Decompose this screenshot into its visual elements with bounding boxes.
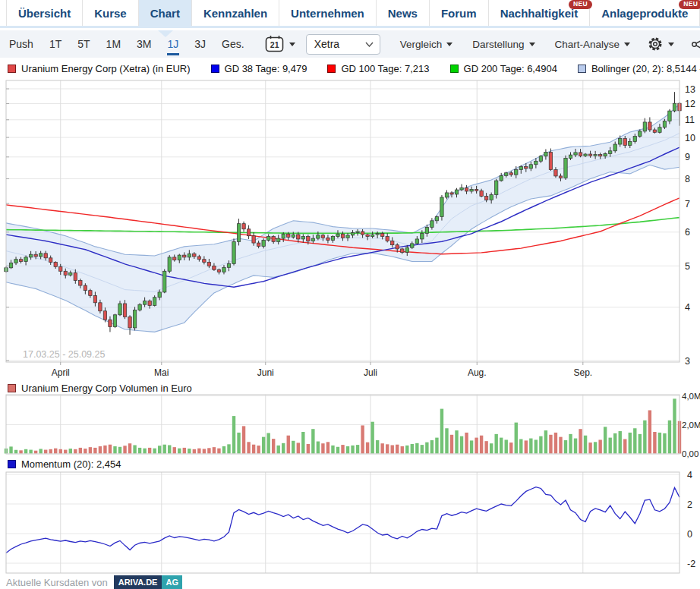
candle bbox=[396, 245, 399, 249]
volume-bar bbox=[64, 450, 67, 454]
tab-chart[interactable]: Chart bbox=[139, 0, 192, 26]
candle bbox=[44, 254, 47, 258]
tab-news[interactable]: News bbox=[377, 0, 430, 26]
candle bbox=[421, 233, 424, 238]
menu-darstellung[interactable]: Darstellung bbox=[472, 39, 534, 50]
menu-vergleich[interactable]: Vergleich bbox=[400, 39, 453, 50]
candle bbox=[252, 236, 255, 243]
menu-chartanalyse[interactable]: Chart-Analyse bbox=[555, 39, 631, 50]
range-1m[interactable]: 1M bbox=[106, 38, 121, 50]
svg-text:0: 0 bbox=[687, 529, 692, 540]
candle bbox=[262, 241, 265, 247]
volume-bar bbox=[227, 444, 230, 453]
candle bbox=[29, 254, 32, 257]
candle bbox=[203, 260, 206, 263]
volume-bar bbox=[509, 443, 512, 453]
volume-bar bbox=[207, 448, 210, 453]
range-1j[interactable]: 1J bbox=[168, 38, 179, 50]
volume-bar bbox=[549, 435, 552, 454]
calendar-button[interactable]: 21 bbox=[265, 35, 295, 53]
candle bbox=[153, 298, 156, 306]
volume-bar bbox=[396, 445, 399, 454]
indicators-button[interactable] bbox=[691, 37, 700, 52]
volume-bar bbox=[39, 449, 42, 453]
svg-text:6: 6 bbox=[685, 227, 690, 238]
candle bbox=[643, 122, 646, 131]
candle bbox=[639, 131, 642, 137]
tab-nachhaltigkeit[interactable]: NachhaltigkeitNEU bbox=[489, 0, 591, 26]
legend-item: Uranium Energy Corp (Xetra) (in EUR) bbox=[8, 63, 191, 74]
candle bbox=[529, 165, 532, 169]
chart-canvas[interactable]: 345678910111213AprilMaiJuniJuliAug.Sep.0… bbox=[0, 0, 700, 589]
range-3j[interactable]: 3J bbox=[194, 38, 206, 50]
tab-forum[interactable]: Forum bbox=[430, 0, 489, 26]
tab-label: Kurse bbox=[94, 7, 127, 20]
settings-button[interactable] bbox=[647, 36, 674, 52]
volume-bar bbox=[109, 445, 112, 454]
volume-bar bbox=[143, 449, 146, 454]
brand-name: ARIVA.DE bbox=[114, 575, 162, 589]
candle bbox=[178, 255, 181, 260]
volume-bar bbox=[425, 443, 428, 454]
date-range-label: 17.03.25 - 25.09.25 bbox=[23, 349, 105, 360]
candle bbox=[494, 181, 497, 195]
volume-bar bbox=[69, 449, 72, 453]
tab-kennzahlen[interactable]: Kennzahlen bbox=[192, 0, 279, 26]
range-ges[interactable]: Ges. bbox=[222, 38, 244, 50]
volume-bar bbox=[455, 430, 458, 453]
volume-bar bbox=[59, 449, 62, 454]
range-3m[interactable]: 3M bbox=[137, 38, 151, 50]
volume-bar bbox=[44, 450, 47, 454]
push-toggle[interactable]: Push bbox=[9, 38, 33, 50]
candle bbox=[619, 139, 622, 144]
tab-anlageprodukte[interactable]: AnlageprodukteNEU bbox=[590, 0, 700, 26]
momentum-line bbox=[6, 487, 680, 553]
svg-text:Juni: Juni bbox=[257, 367, 274, 378]
candle bbox=[93, 295, 96, 302]
volume-bar bbox=[317, 442, 320, 454]
active-tab-pointer bbox=[158, 30, 173, 37]
range-1t[interactable]: 1T bbox=[49, 38, 61, 50]
volume-bar bbox=[113, 446, 116, 454]
candle bbox=[24, 257, 27, 262]
candle bbox=[460, 187, 463, 190]
tab-unternehmen[interactable]: Unternehmen bbox=[279, 0, 377, 26]
volume-bar bbox=[440, 409, 443, 454]
exchange-select-value: Xetra bbox=[314, 38, 339, 50]
svg-text:2: 2 bbox=[687, 499, 692, 510]
menu-buttons: VergleichDarstellungChart-Analyse bbox=[380, 39, 630, 50]
candle bbox=[118, 304, 121, 315]
candle bbox=[257, 243, 260, 246]
candle bbox=[663, 121, 666, 128]
volume-bar bbox=[484, 441, 487, 453]
brand-logo[interactable]: ARIVA.DE AG bbox=[114, 575, 182, 589]
volume-bar bbox=[608, 438, 611, 454]
candle bbox=[54, 263, 57, 267]
candle bbox=[207, 263, 210, 266]
candle bbox=[292, 235, 295, 237]
tab-uebersicht[interactable]: Übersicht bbox=[6, 0, 83, 26]
candle bbox=[213, 266, 216, 269]
candle bbox=[183, 255, 186, 257]
volume-bar bbox=[301, 432, 304, 454]
volume-bar bbox=[579, 429, 582, 453]
svg-text:7: 7 bbox=[685, 199, 690, 209]
volume-bar bbox=[658, 433, 661, 454]
candle bbox=[519, 167, 522, 170]
volume-bar bbox=[183, 448, 186, 454]
volume-bar bbox=[415, 443, 418, 454]
chevron-down-icon bbox=[529, 43, 535, 46]
volume-bar bbox=[148, 448, 151, 454]
candle bbox=[34, 254, 37, 257]
candle bbox=[197, 257, 200, 260]
volume-bar bbox=[128, 443, 131, 453]
candle bbox=[425, 227, 428, 233]
volume-bar bbox=[500, 438, 503, 454]
tab-kurse[interactable]: Kurse bbox=[83, 0, 139, 26]
exchange-select[interactable]: Xetra bbox=[306, 34, 380, 55]
candle bbox=[188, 254, 191, 257]
volume-bar bbox=[168, 445, 171, 453]
range-5t[interactable]: 5T bbox=[77, 38, 90, 50]
volume-bar bbox=[370, 422, 374, 454]
chevron-down-icon bbox=[446, 43, 452, 46]
